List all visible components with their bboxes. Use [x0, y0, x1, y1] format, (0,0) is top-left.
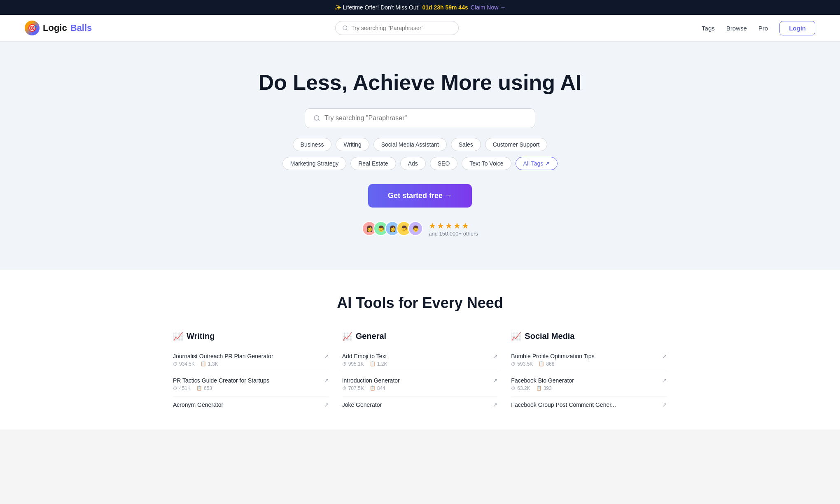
tool-column-1: 📈General Add Emoji to Text ↗ ⏱995.1K 📋1.… — [342, 331, 498, 413]
stat-copies-1-0: 📋1.2K — [370, 361, 387, 367]
nav-tags[interactable]: Tags — [702, 25, 715, 32]
tags-row-1: BusinessWritingSocial Media AssistantSal… — [8, 138, 832, 151]
tool-item-top-1-0: Add Emoji to Text ↗ — [342, 353, 498, 359]
tool-stats-2-1: ⏱63.2K 📋393 — [511, 385, 667, 391]
cta-button[interactable]: Get started free → — [368, 184, 472, 208]
banner-countdown: 01d 23h 59m 44s — [422, 4, 468, 11]
logo[interactable]: 🎯 LogicBalls — [25, 21, 92, 35]
tools-grid: 📈Writing Journalist Outreach PR Plan Gen… — [173, 331, 667, 413]
tool-column-title-2: Social Media — [525, 331, 574, 341]
logo-text-logic: Logic — [43, 23, 67, 33]
tool-column-title-1: General — [356, 331, 386, 341]
stars: ★★★★★ — [429, 221, 470, 231]
hero-title: Do Less, Achieve More using AI — [8, 70, 832, 95]
tag-chip-real-estate[interactable]: Real Estate — [350, 157, 396, 170]
tool-item-0-0[interactable]: Journalist Outreach PR Plan Generator ↗ … — [173, 348, 329, 372]
tag-chip-writing[interactable]: Writing — [336, 138, 369, 151]
tool-item-arrow-0-1: ↗ — [324, 377, 329, 384]
header: 🎯 LogicBalls Tags Browse Pro Login — [0, 15, 840, 42]
tool-item-top-2-1: Facebook Bio Generator ↗ — [511, 377, 667, 384]
tool-item-top-0-2: Acronym Generator ↗ — [173, 401, 329, 408]
tool-column-2: 📈Social Media Bumble Profile Optimizatio… — [511, 331, 667, 413]
tool-stats-1-1: ⏱707.5K 📋844 — [342, 385, 498, 391]
stat-copies-1-1: 📋844 — [370, 385, 385, 391]
tool-item-name-0-0: Journalist Outreach PR Plan Generator — [173, 353, 324, 359]
tool-item-name-2-2: Facebook Group Post Comment Gener... — [511, 401, 662, 408]
tool-column-icon-0: 📈 — [173, 331, 183, 341]
tool-item-1-1[interactable]: Introduction Generator ↗ ⏱707.5K 📋844 — [342, 372, 498, 397]
tool-item-top-0-0: Journalist Outreach PR Plan Generator ↗ — [173, 353, 329, 359]
tool-column-header-0: 📈Writing — [173, 331, 329, 341]
tool-item-1-0[interactable]: Add Emoji to Text ↗ ⏱995.1K 📋1.2K — [342, 348, 498, 372]
tool-item-name-0-2: Acronym Generator — [173, 401, 324, 408]
tool-item-name-1-0: Add Emoji to Text — [342, 353, 493, 359]
stat-copies-0-1: 📋653 — [196, 385, 212, 391]
tool-item-name-2-0: Bumble Profile Optimization Tips — [511, 353, 662, 359]
tool-item-top-1-1: Introduction Generator ↗ — [342, 377, 498, 384]
tool-item-arrow-1-0: ↗ — [493, 353, 498, 359]
banner-prefix: ✨ Lifetime Offer! Don't Miss Out! — [334, 4, 420, 11]
tool-column-title-0: Writing — [187, 331, 215, 341]
tool-stats-2-0: ⏱593.5K 📋868 — [511, 361, 667, 367]
tag-chip-all-tags-↗[interactable]: All Tags ↗ — [516, 157, 558, 170]
header-search-input[interactable] — [351, 25, 451, 31]
tag-chip-sales[interactable]: Sales — [451, 138, 481, 151]
tags-row-2: Marketing StrategyReal EstateAdsSEOText … — [8, 157, 832, 170]
nav-pro[interactable]: Pro — [758, 25, 768, 32]
tool-stats-0-1: ⏱451K 📋653 — [173, 385, 329, 391]
top-banner: ✨ Lifetime Offer! Don't Miss Out! 01d 23… — [0, 0, 840, 15]
hero-search-input[interactable] — [324, 114, 527, 122]
stat-views-1-0: ⏱995.1K — [342, 361, 364, 367]
tool-item-top-1-2: Joke Generator ↗ — [342, 401, 498, 408]
tool-item-1-2[interactable]: Joke Generator ↗ — [342, 397, 498, 413]
stat-views-0-0: ⏱934.5K — [173, 361, 195, 367]
tool-item-arrow-0-0: ↗ — [324, 353, 329, 359]
header-search-icon — [342, 25, 348, 31]
tool-item-arrow-1-1: ↗ — [493, 377, 498, 384]
tool-column-0: 📈Writing Journalist Outreach PR Plan Gen… — [173, 331, 329, 413]
hero-search-container — [305, 108, 535, 128]
tag-chip-text-to-voice[interactable]: Text To Voice — [462, 157, 511, 170]
logo-text-balls: Balls — [70, 23, 92, 33]
tag-chip-social-media-assistant[interactable]: Social Media Assistant — [373, 138, 447, 151]
header-nav: Tags Browse Pro Login — [702, 21, 815, 35]
stat-views-2-1: ⏱63.2K — [511, 385, 530, 391]
tool-column-header-1: 📈General — [342, 331, 498, 341]
tool-item-arrow-1-2: ↗ — [493, 401, 498, 408]
nav-browse[interactable]: Browse — [726, 25, 747, 32]
tool-item-2-2[interactable]: Facebook Group Post Comment Gener... ↗ — [511, 397, 667, 413]
stat-copies-2-0: 📋868 — [539, 361, 554, 367]
stars-text: and 150,000+ others — [429, 231, 478, 237]
tag-chip-customer-support[interactable]: Customer Support — [485, 138, 548, 151]
tool-item-arrow-2-2: ↗ — [662, 401, 667, 408]
stat-views-2-0: ⏱593.5K — [511, 361, 533, 367]
hero-search-icon — [313, 114, 320, 122]
tag-chip-marketing-strategy[interactable]: Marketing Strategy — [282, 157, 347, 170]
stat-copies-0-0: 📋1.3K — [201, 361, 218, 367]
tag-chip-business[interactable]: Business — [293, 138, 332, 151]
avatar-5: 👨 — [408, 221, 423, 236]
social-proof: 👩 👨 👩 👨 👨 ★★★★★ and 150,000+ others — [8, 221, 832, 237]
login-button[interactable]: Login — [779, 21, 815, 35]
logo-icon: 🎯 — [25, 21, 40, 35]
tools-section-title: AI Tools for Every Need — [25, 294, 815, 312]
tool-column-header-2: 📈Social Media — [511, 331, 667, 341]
tool-item-top-2-0: Bumble Profile Optimization Tips ↗ — [511, 353, 667, 359]
tool-item-2-1[interactable]: Facebook Bio Generator ↗ ⏱63.2K 📋393 — [511, 372, 667, 397]
tag-chip-seo[interactable]: SEO — [430, 157, 458, 170]
stat-views-1-1: ⏱707.5K — [342, 385, 364, 391]
stat-copies-2-1: 📋393 — [536, 385, 552, 391]
tools-section: AI Tools for Every Need 📈Writing Journal… — [0, 270, 840, 429]
tag-chip-ads[interactable]: Ads — [400, 157, 426, 170]
tool-item-name-0-1: PR Tactics Guide Creator for Startups — [173, 377, 324, 384]
tool-stats-0-0: ⏱934.5K 📋1.3K — [173, 361, 329, 367]
banner-cta[interactable]: Claim Now → — [471, 4, 506, 11]
tool-item-name-1-2: Joke Generator — [342, 401, 493, 408]
tool-item-0-2[interactable]: Acronym Generator ↗ — [173, 397, 329, 413]
hero-section: Do Less, Achieve More using AI BusinessW… — [0, 42, 840, 270]
tool-item-name-2-1: Facebook Bio Generator — [511, 377, 662, 384]
tool-item-0-1[interactable]: PR Tactics Guide Creator for Startups ↗ … — [173, 372, 329, 397]
svg-point-1 — [314, 115, 319, 120]
header-search-container — [335, 21, 459, 35]
tool-item-2-0[interactable]: Bumble Profile Optimization Tips ↗ ⏱593.… — [511, 348, 667, 372]
